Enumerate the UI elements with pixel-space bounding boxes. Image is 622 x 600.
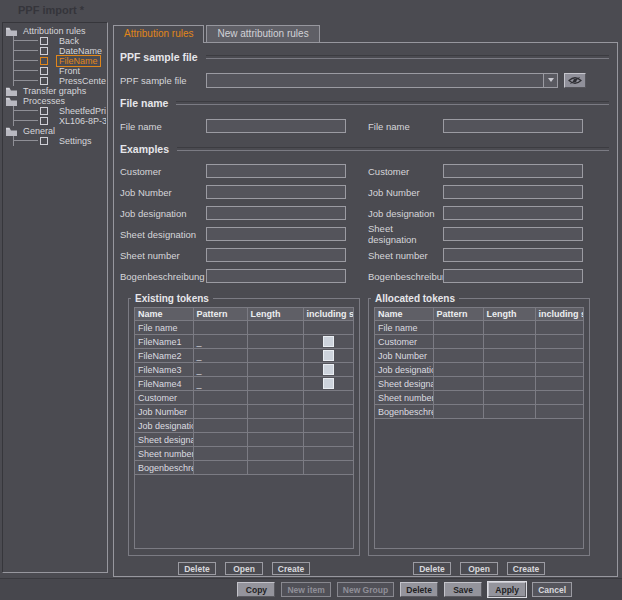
table-row[interactable]: Bogenbeschreibung: [135, 461, 353, 475]
example-right-input[interactable]: [443, 248, 583, 262]
table-row[interactable]: Bogenbeschreibung: [375, 405, 583, 419]
combobox-dropdown-button[interactable]: [543, 74, 557, 87]
cell-length: [247, 363, 303, 377]
table-row[interactable]: Job designation: [375, 363, 583, 377]
checkbox-icon[interactable]: [323, 364, 334, 375]
tab-content: PPF sample file PPF sample file File nam…: [113, 42, 618, 577]
table-row[interactable]: File name: [135, 321, 353, 335]
checkbox-icon[interactable]: [323, 378, 334, 389]
cell-pattern: [433, 377, 483, 391]
example-row-sheet-number: Sheet number Sheet number: [120, 247, 609, 263]
cell-length: [247, 433, 303, 447]
example-right-input[interactable]: [443, 227, 583, 241]
column-header-name[interactable]: Name: [135, 308, 193, 321]
window-title: PPF import *: [18, 4, 84, 16]
token-groups: Existing tokens Name Pattern Length incl…: [128, 298, 609, 556]
example-row-bogenbeschreibung: Bogenbeschreibung Bogenbeschreibung: [120, 268, 609, 284]
existing-open-button[interactable]: Open: [225, 562, 263, 575]
table-row[interactable]: FileName1 _: [135, 335, 353, 349]
tree-connector: [14, 80, 38, 82]
column-header-length[interactable]: Length: [483, 308, 535, 321]
table-row[interactable]: FileName4 _: [135, 377, 353, 391]
tree-connector: [14, 70, 38, 72]
column-header-pattern[interactable]: Pattern: [193, 308, 247, 321]
example-right-input[interactable]: [443, 185, 583, 199]
checkbox-icon[interactable]: [40, 137, 48, 145]
delete-button[interactable]: Delete: [400, 582, 438, 597]
table-row[interactable]: Sheet number: [135, 447, 353, 461]
sidebar-item-settings[interactable]: Settings: [14, 136, 107, 146]
cell-name: FileName3: [135, 363, 193, 377]
table-row[interactable]: File name: [375, 321, 583, 335]
allocated-delete-button[interactable]: Delete: [413, 562, 451, 575]
file-name-right-input[interactable]: [443, 119, 583, 133]
checkbox-icon[interactable]: [40, 77, 48, 85]
tab-new-attribution-rules[interactable]: New attribution rules: [206, 25, 319, 42]
column-header-including[interactable]: including s...: [303, 308, 353, 321]
example-right-input[interactable]: [443, 206, 583, 220]
new-group-button[interactable]: New Group: [337, 582, 394, 597]
example-left-input[interactable]: [206, 185, 346, 199]
preview-button[interactable]: [564, 73, 586, 88]
cancel-button[interactable]: Cancel: [532, 582, 572, 597]
table-row[interactable]: Sheet number: [375, 391, 583, 405]
example-left-input[interactable]: [206, 269, 346, 283]
table-row[interactable]: FileName3 _: [135, 363, 353, 377]
section-title: PPF sample file: [120, 51, 198, 63]
example-right-input[interactable]: [443, 164, 583, 178]
column-header-length[interactable]: Length: [247, 308, 303, 321]
example-left-input[interactable]: [206, 206, 346, 220]
section-header-ppf-sample-file: PPF sample file: [120, 51, 609, 63]
table-row[interactable]: Sheet designation: [135, 433, 353, 447]
column-header-including[interactable]: including s...: [535, 308, 583, 321]
copy-button[interactable]: Copy: [237, 582, 275, 597]
section-rule: [206, 55, 609, 59]
cell-name: Job designation: [375, 363, 433, 377]
tab-attribution-rules[interactable]: Attribution rules: [113, 25, 204, 43]
cell-pattern: _: [193, 335, 247, 349]
allocated-open-button[interactable]: Open: [460, 562, 498, 575]
new-item-button[interactable]: New item: [281, 582, 330, 597]
checkbox-icon[interactable]: [40, 67, 48, 75]
title-bar: PPF import *: [0, 0, 622, 22]
checkbox-icon[interactable]: [323, 336, 334, 347]
file-name-left-input[interactable]: [206, 119, 346, 133]
cell-length: [247, 321, 303, 335]
column-header-pattern[interactable]: Pattern: [433, 308, 483, 321]
tree-branch: Back DateName FileName Front PressCenter…: [13, 36, 107, 86]
example-left-input[interactable]: [206, 164, 346, 178]
column-header-name[interactable]: Name: [375, 308, 433, 321]
allocated-tokens-table[interactable]: Name Pattern Length including s... File …: [374, 307, 584, 549]
table-row[interactable]: Sheet designation: [375, 377, 583, 391]
cell-including: [535, 405, 583, 419]
checkbox-icon[interactable]: [40, 47, 48, 55]
cell-name: Job Number: [375, 349, 433, 363]
section-rule: [176, 101, 609, 105]
cell-length: [247, 391, 303, 405]
ppf-sample-file-combobox[interactable]: [206, 73, 558, 88]
table-row[interactable]: Customer: [135, 391, 353, 405]
apply-button[interactable]: Apply: [488, 582, 526, 597]
existing-tokens-table[interactable]: Name Pattern Length including s... File …: [134, 307, 354, 549]
save-button[interactable]: Save: [444, 582, 482, 597]
table-row[interactable]: Job designation: [135, 419, 353, 433]
table-row[interactable]: FileName2 _: [135, 349, 353, 363]
table-row[interactable]: Job Number: [375, 349, 583, 363]
checkbox-icon[interactable]: [40, 107, 48, 115]
checkbox-icon[interactable]: [323, 350, 334, 361]
example-left-input[interactable]: [206, 227, 346, 241]
table-row[interactable]: Customer: [375, 335, 583, 349]
ppf-sample-file-row: PPF sample file: [120, 72, 609, 88]
checkbox-icon[interactable]: [40, 37, 48, 45]
existing-delete-button[interactable]: Delete: [178, 562, 216, 575]
example-right-input[interactable]: [443, 269, 583, 283]
table-row[interactable]: Job Number: [135, 405, 353, 419]
allocated-create-button[interactable]: Create: [507, 562, 545, 575]
checkbox-icon[interactable]: [40, 117, 48, 125]
checkbox-icon[interactable]: [40, 57, 48, 65]
existing-create-button[interactable]: Create: [272, 562, 310, 575]
cell-including: [303, 391, 353, 405]
cell-including: [303, 461, 353, 475]
file-name-right-label: File name: [368, 121, 443, 132]
example-left-input[interactable]: [206, 248, 346, 262]
